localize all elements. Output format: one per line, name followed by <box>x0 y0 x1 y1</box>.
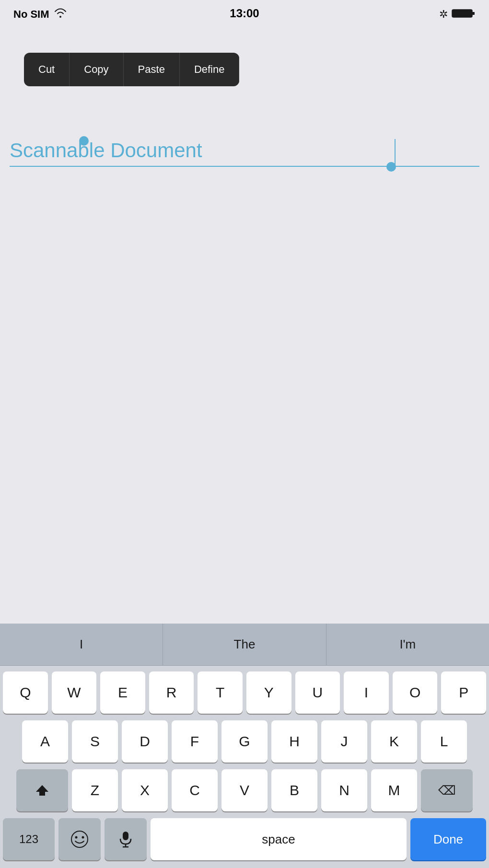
key-e[interactable]: E <box>100 671 145 714</box>
battery-icon <box>452 8 476 21</box>
status-icons: ✲ <box>439 8 476 21</box>
key-b[interactable]: B <box>271 769 317 811</box>
cursor-line <box>395 139 396 166</box>
status-bar: No SIM 13:00 ✲ <box>0 0 489 29</box>
content-area: Cut Copy Paste Define Scannable Document <box>0 29 489 412</box>
key-p[interactable]: P <box>441 671 486 714</box>
cut-button[interactable]: Cut <box>24 53 70 86</box>
autocomplete-im[interactable]: I'm <box>326 624 489 665</box>
key-row-3: Z X C V B N M ⌫ <box>3 769 486 811</box>
key-l[interactable]: L <box>421 720 467 763</box>
time-display: 13:00 <box>230 7 259 20</box>
key-m[interactable]: M <box>371 769 417 811</box>
key-j[interactable]: J <box>321 720 367 763</box>
wifi-icon <box>54 8 67 21</box>
shift-key[interactable] <box>16 769 68 811</box>
key-i[interactable]: I <box>344 671 389 714</box>
keyboard: I The I'm Q W E R T Y U I O P A S D F G … <box>0 624 489 868</box>
copy-button[interactable]: Copy <box>70 53 123 86</box>
key-u[interactable]: U <box>295 671 340 714</box>
selection-handle-right <box>386 162 396 172</box>
key-v[interactable]: V <box>221 769 268 811</box>
svg-point-4 <box>71 831 88 847</box>
key-y[interactable]: Y <box>246 671 291 714</box>
define-button[interactable]: Define <box>180 53 240 86</box>
text-underline: Scannable Document <box>10 139 479 167</box>
done-key[interactable]: Done <box>410 818 486 860</box>
key-c[interactable]: C <box>172 769 218 811</box>
microphone-key[interactable] <box>105 818 147 860</box>
key-row-1: Q W E R T Y U I O P <box>3 671 486 714</box>
svg-point-6 <box>82 836 84 839</box>
keys-area: Q W E R T Y U I O P A S D F G H J K L <box>0 666 489 811</box>
selection-handle-left <box>79 136 89 146</box>
key-k[interactable]: K <box>371 720 417 763</box>
carrier-info: No SIM <box>13 8 67 21</box>
carrier-label: No SIM <box>13 8 49 21</box>
emoji-key[interactable] <box>58 818 101 860</box>
key-row-2: A S D F G H J K L <box>3 720 486 763</box>
svg-rect-7 <box>123 832 128 840</box>
key-q[interactable]: Q <box>3 671 48 714</box>
popup-arrow <box>153 85 167 86</box>
space-key[interactable]: space <box>151 818 407 860</box>
numbers-key[interactable]: 123 <box>3 818 55 860</box>
autocomplete-the[interactable]: The <box>163 624 326 665</box>
key-g[interactable]: G <box>221 720 268 763</box>
key-n[interactable]: N <box>321 769 367 811</box>
key-w[interactable]: W <box>52 671 97 714</box>
selected-text: Scannable Document <box>10 139 202 162</box>
svg-point-5 <box>75 836 78 839</box>
bluetooth-icon: ✲ <box>439 8 448 21</box>
key-t[interactable]: T <box>198 671 243 714</box>
key-r[interactable]: R <box>149 671 194 714</box>
popup-menu: Cut Copy Paste Define <box>24 53 239 86</box>
key-z[interactable]: Z <box>72 769 118 811</box>
svg-rect-2 <box>453 11 471 16</box>
bottom-row: 123 space Done <box>0 818 489 868</box>
autocomplete-bar: I The I'm <box>0 624 489 666</box>
svg-marker-3 <box>36 785 48 796</box>
text-field-area[interactable]: Scannable Document <box>10 139 479 167</box>
autocomplete-i[interactable]: I <box>0 624 163 665</box>
delete-key[interactable]: ⌫ <box>421 769 473 811</box>
key-f[interactable]: F <box>172 720 218 763</box>
key-o[interactable]: O <box>393 671 438 714</box>
paste-button[interactable]: Paste <box>124 53 180 86</box>
key-s[interactable]: S <box>72 720 118 763</box>
key-d[interactable]: D <box>122 720 168 763</box>
svg-rect-1 <box>472 12 475 15</box>
key-a[interactable]: A <box>22 720 68 763</box>
delete-icon: ⌫ <box>438 783 456 798</box>
key-h[interactable]: H <box>271 720 317 763</box>
key-x[interactable]: X <box>122 769 168 811</box>
